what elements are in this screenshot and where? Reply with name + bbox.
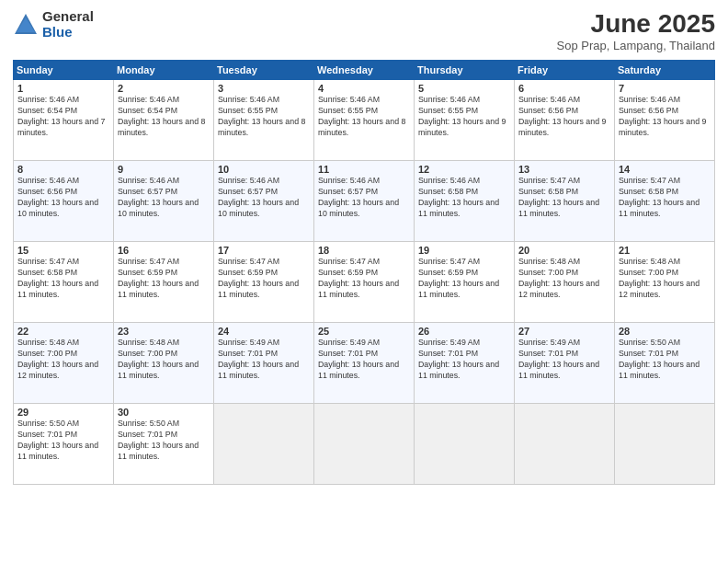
table-row: 21 Sunrise: 5:48 AM Sunset: 7:00 PM Dayl… (615, 242, 715, 323)
day-number: 16 (118, 245, 210, 256)
calendar-week-row: 1 Sunrise: 5:46 AM Sunset: 6:54 PM Dayli… (14, 80, 715, 161)
table-row (515, 404, 615, 485)
header-friday: Friday (515, 61, 615, 80)
day-info: Sunrise: 5:46 AM Sunset: 6:55 PM Dayligh… (218, 95, 310, 139)
day-number: 22 (17, 326, 109, 337)
table-row: 15 Sunrise: 5:47 AM Sunset: 6:58 PM Dayl… (14, 242, 114, 323)
day-number: 23 (118, 326, 210, 337)
day-number: 18 (318, 245, 410, 256)
table-row: 18 Sunrise: 5:47 AM Sunset: 6:59 PM Dayl… (314, 242, 415, 323)
day-number: 14 (619, 164, 711, 175)
day-number: 10 (218, 164, 310, 175)
day-info: Sunrise: 5:46 AM Sunset: 6:55 PM Dayligh… (418, 95, 510, 139)
table-row (415, 404, 515, 485)
day-number: 26 (418, 326, 510, 337)
day-info: Sunrise: 5:46 AM Sunset: 6:57 PM Dayligh… (218, 176, 310, 220)
day-number: 5 (418, 83, 510, 94)
logo-blue: Blue (42, 25, 94, 40)
table-row: 27 Sunrise: 5:49 AM Sunset: 7:01 PM Dayl… (515, 323, 615, 404)
day-number: 9 (118, 164, 210, 175)
day-info: Sunrise: 5:47 AM Sunset: 6:58 PM Dayligh… (619, 176, 711, 220)
day-info: Sunrise: 5:46 AM Sunset: 6:56 PM Dayligh… (619, 95, 711, 139)
table-row: 14 Sunrise: 5:47 AM Sunset: 6:58 PM Dayl… (615, 161, 715, 242)
title-location: Sop Prap, Lampang, Thailand (557, 39, 716, 52)
table-row: 25 Sunrise: 5:49 AM Sunset: 7:01 PM Dayl… (314, 323, 415, 404)
header-sunday: Sunday (14, 61, 114, 80)
day-info: Sunrise: 5:47 AM Sunset: 6:58 PM Dayligh… (518, 176, 610, 220)
day-number: 15 (17, 245, 109, 256)
day-info: Sunrise: 5:46 AM Sunset: 6:58 PM Dayligh… (418, 176, 510, 220)
table-row: 12 Sunrise: 5:46 AM Sunset: 6:58 PM Dayl… (415, 161, 515, 242)
day-number: 27 (518, 326, 610, 337)
calendar-week-row: 29 Sunrise: 5:50 AM Sunset: 7:01 PM Dayl… (14, 404, 715, 485)
table-row: 5 Sunrise: 5:46 AM Sunset: 6:55 PM Dayli… (415, 80, 515, 161)
day-number: 17 (218, 245, 310, 256)
table-row (615, 404, 715, 485)
day-info: Sunrise: 5:50 AM Sunset: 7:01 PM Dayligh… (619, 338, 711, 382)
day-number: 25 (318, 326, 410, 337)
table-row: 1 Sunrise: 5:46 AM Sunset: 6:54 PM Dayli… (14, 80, 114, 161)
calendar-header-row: Sunday Monday Tuesday Wednesday Thursday… (14, 61, 715, 80)
day-info: Sunrise: 5:48 AM Sunset: 7:00 PM Dayligh… (619, 257, 711, 301)
day-number: 4 (318, 83, 410, 94)
day-number: 28 (619, 326, 711, 337)
table-row: 4 Sunrise: 5:46 AM Sunset: 6:55 PM Dayli… (314, 80, 415, 161)
day-number: 6 (518, 83, 610, 94)
day-number: 19 (418, 245, 510, 256)
table-row: 7 Sunrise: 5:46 AM Sunset: 6:56 PM Dayli… (615, 80, 715, 161)
day-number: 29 (17, 407, 109, 418)
calendar-week-row: 22 Sunrise: 5:48 AM Sunset: 7:00 PM Dayl… (14, 323, 715, 404)
table-row: 11 Sunrise: 5:46 AM Sunset: 6:57 PM Dayl… (314, 161, 415, 242)
logo-icon (13, 12, 39, 38)
day-info: Sunrise: 5:49 AM Sunset: 7:01 PM Dayligh… (318, 338, 410, 382)
svg-marker-1 (17, 17, 35, 32)
day-number: 7 (619, 83, 711, 94)
day-number: 24 (218, 326, 310, 337)
day-info: Sunrise: 5:47 AM Sunset: 6:59 PM Dayligh… (318, 257, 410, 301)
table-row (214, 404, 314, 485)
calendar-table: Sunday Monday Tuesday Wednesday Thursday… (13, 60, 715, 485)
table-row: 22 Sunrise: 5:48 AM Sunset: 7:00 PM Dayl… (14, 323, 114, 404)
day-number: 13 (518, 164, 610, 175)
day-info: Sunrise: 5:47 AM Sunset: 6:59 PM Dayligh… (118, 257, 210, 301)
day-info: Sunrise: 5:48 AM Sunset: 7:00 PM Dayligh… (118, 338, 210, 382)
title-month: June 2025 (557, 9, 716, 39)
table-row: 6 Sunrise: 5:46 AM Sunset: 6:56 PM Dayli… (515, 80, 615, 161)
page: General Blue June 2025 Sop Prap, Lampang… (0, 0, 728, 563)
day-info: Sunrise: 5:47 AM Sunset: 6:59 PM Dayligh… (218, 257, 310, 301)
day-number: 30 (118, 407, 210, 418)
day-info: Sunrise: 5:48 AM Sunset: 7:00 PM Dayligh… (518, 257, 610, 301)
day-info: Sunrise: 5:46 AM Sunset: 6:56 PM Dayligh… (17, 176, 109, 220)
table-row: 20 Sunrise: 5:48 AM Sunset: 7:00 PM Dayl… (515, 242, 615, 323)
table-row: 23 Sunrise: 5:48 AM Sunset: 7:00 PM Dayl… (114, 323, 214, 404)
day-info: Sunrise: 5:47 AM Sunset: 6:59 PM Dayligh… (418, 257, 510, 301)
header-wednesday: Wednesday (314, 61, 415, 80)
calendar-week-row: 15 Sunrise: 5:47 AM Sunset: 6:58 PM Dayl… (14, 242, 715, 323)
header-monday: Monday (114, 61, 214, 80)
day-info: Sunrise: 5:46 AM Sunset: 6:57 PM Dayligh… (118, 176, 210, 220)
table-row: 19 Sunrise: 5:47 AM Sunset: 6:59 PM Dayl… (415, 242, 515, 323)
day-info: Sunrise: 5:50 AM Sunset: 7:01 PM Dayligh… (17, 419, 109, 463)
day-number: 1 (17, 83, 109, 94)
table-row: 13 Sunrise: 5:47 AM Sunset: 6:58 PM Dayl… (515, 161, 615, 242)
table-row: 2 Sunrise: 5:46 AM Sunset: 6:54 PM Dayli… (114, 80, 214, 161)
day-number: 2 (118, 83, 210, 94)
day-info: Sunrise: 5:48 AM Sunset: 7:00 PM Dayligh… (17, 338, 109, 382)
day-number: 8 (17, 164, 109, 175)
day-info: Sunrise: 5:49 AM Sunset: 7:01 PM Dayligh… (418, 338, 510, 382)
header-thursday: Thursday (415, 61, 515, 80)
table-row: 3 Sunrise: 5:46 AM Sunset: 6:55 PM Dayli… (214, 80, 314, 161)
header-tuesday: Tuesday (214, 61, 314, 80)
table-row: 10 Sunrise: 5:46 AM Sunset: 6:57 PM Dayl… (214, 161, 314, 242)
day-number: 3 (218, 83, 310, 94)
day-info: Sunrise: 5:46 AM Sunset: 6:57 PM Dayligh… (318, 176, 410, 220)
calendar-week-row: 8 Sunrise: 5:46 AM Sunset: 6:56 PM Dayli… (14, 161, 715, 242)
day-info: Sunrise: 5:46 AM Sunset: 6:54 PM Dayligh… (118, 95, 210, 139)
day-info: Sunrise: 5:46 AM Sunset: 6:55 PM Dayligh… (318, 95, 410, 139)
day-number: 12 (418, 164, 510, 175)
table-row: 26 Sunrise: 5:49 AM Sunset: 7:01 PM Dayl… (415, 323, 515, 404)
day-info: Sunrise: 5:47 AM Sunset: 6:58 PM Dayligh… (17, 257, 109, 301)
logo-general: General (42, 9, 94, 25)
table-row: 9 Sunrise: 5:46 AM Sunset: 6:57 PM Dayli… (114, 161, 214, 242)
table-row: 28 Sunrise: 5:50 AM Sunset: 7:01 PM Dayl… (615, 323, 715, 404)
